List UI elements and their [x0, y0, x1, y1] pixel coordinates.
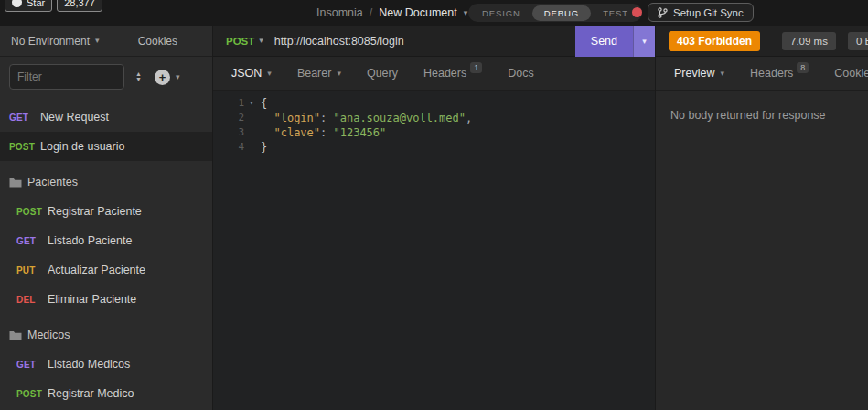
mode-tab-debug[interactable]: DEBUG	[532, 5, 591, 21]
insomnia-app: Star 28,377 Insomnia / New Document ▾ DE…	[0, 0, 868, 410]
cookies-link[interactable]: Cookies	[138, 35, 177, 48]
sidebar-request[interactable]: GETListado Medicos	[0, 350, 212, 379]
main-area: No Environment ▾ Cookies ▲▼ + ▾ GETNew R…	[0, 26, 868, 410]
send-options-button[interactable]: ▾	[633, 26, 655, 57]
editor-line[interactable]: 4}	[220, 140, 655, 155]
method-tag: GET	[16, 236, 42, 246]
request-tab-headers[interactable]: Headers1	[411, 57, 495, 90]
github-icon	[12, 0, 22, 7]
send-button[interactable]: Send	[575, 26, 633, 57]
setup-git-sync-button[interactable]: Setup Git Sync	[648, 3, 754, 22]
add-request-button[interactable]: +	[155, 70, 170, 85]
method-tag: GET	[9, 113, 35, 123]
request-tab-bearer[interactable]: Bearer▾	[284, 57, 354, 90]
response-status-row: 403 Forbidden 7.09 ms 0 B	[656, 26, 868, 57]
tab-count-badge: 8	[797, 62, 809, 73]
sidebar-filter-row: ▲▼ + ▾	[0, 57, 212, 97]
request-tab-docs[interactable]: Docs	[495, 57, 546, 90]
environment-label: No Environment	[11, 35, 90, 48]
github-star-button[interactable]: Star	[5, 0, 52, 12]
environment-selector[interactable]: No Environment ▾	[11, 35, 100, 48]
tab-count-badge: 1	[470, 62, 482, 73]
editor-line[interactable]: 1▾{	[220, 96, 655, 111]
request-tab-query[interactable]: Query	[354, 57, 411, 90]
tab-label: JSON	[231, 67, 262, 80]
mode-tabs: DESIGNDEBUGTEST	[468, 4, 642, 22]
notification-dot[interactable]	[632, 7, 642, 17]
chevron-down-icon: ▾	[267, 70, 272, 78]
line-number: 1	[220, 96, 244, 111]
url-bar: POST ▾ http://localhost:8085/login Send …	[213, 26, 655, 57]
line-number: 3	[220, 125, 244, 140]
request-label: Actualizar Paciente	[48, 264, 145, 276]
folder-icon	[9, 178, 22, 188]
sidebar-request[interactable]: POSTRegistrar Paciente	[0, 197, 212, 226]
request-label: Registrar Medico	[48, 387, 134, 400]
tab-label: Preview	[674, 67, 714, 80]
chevron-down-icon[interactable]: ▾	[176, 73, 180, 81]
chevron-down-icon: ▾	[337, 70, 341, 78]
send-split-button: Send ▾	[575, 26, 655, 57]
line-number: 2	[220, 111, 244, 125]
github-star-count[interactable]: 28,377	[57, 0, 102, 12]
breadcrumb[interactable]: Insomnia / New Document ▾	[316, 0, 467, 26]
tab-label: Cookie	[834, 67, 868, 80]
url-input[interactable]: http://localhost:8085/login	[274, 35, 404, 48]
tab-label: Query	[367, 67, 398, 80]
github-star-label: Star	[27, 0, 45, 8]
sidebar-request[interactable]: PUTActualizar Paciente	[0, 255, 212, 285]
method-tag: POST	[16, 389, 42, 399]
code-text: {	[261, 96, 267, 111]
sidebar-request[interactable]: POSTLogin de usuario	[0, 132, 212, 161]
sort-icon[interactable]: ▲▼	[135, 71, 142, 82]
line-number: 4	[220, 140, 244, 155]
response-size-badge: 0 B	[848, 32, 868, 50]
json-editor[interactable]: 1▾{2 "login": "ana.souza@voll.med",3 "cl…	[213, 91, 655, 410]
request-pane: POST ▾ http://localhost:8085/login Send …	[213, 26, 656, 410]
method-tag: POST	[9, 142, 35, 152]
editor-line[interactable]: 3 "clave": "123456"	[220, 125, 655, 140]
sidebar-folder[interactable]: Pacientes	[0, 167, 212, 197]
folder-label: Medicos	[27, 329, 70, 341]
mode-tab-design[interactable]: DESIGN	[470, 5, 532, 21]
response-body: No body returned for response	[656, 91, 868, 410]
chevron-down-icon: ▾	[720, 70, 724, 78]
sidebar-request[interactable]: GETNew Request	[0, 102, 212, 132]
method-selector[interactable]: POST ▾	[226, 36, 263, 47]
method-tag: PUT	[16, 265, 42, 275]
response-tabs: Preview▾Headers8Cookie	[656, 57, 868, 91]
code-text: }	[261, 140, 267, 155]
breadcrumb-document-name[interactable]: New Document	[379, 6, 456, 19]
request-label: Listado Paciente	[48, 234, 132, 247]
breadcrumb-separator: /	[370, 6, 372, 19]
request-label: New Request	[40, 111, 109, 124]
sidebar-request[interactable]: GETListado Paciente	[0, 226, 212, 255]
sidebar-request[interactable]: POSTRegistrar Medico	[0, 379, 212, 408]
filter-input[interactable]	[9, 64, 124, 90]
fold-spacer	[244, 125, 259, 140]
request-list: GETNew RequestPOSTLogin de usuarioPacien…	[0, 97, 212, 410]
sidebar-request[interactable]: DELEliminar Paciente	[0, 285, 212, 314]
tab-label: Headers	[423, 67, 466, 80]
tab-label: Bearer	[297, 67, 332, 80]
sidebar-folder[interactable]: Medicos	[0, 320, 212, 350]
response-tab-cookie[interactable]: Cookie	[821, 57, 868, 90]
chevron-down-icon: ▾	[464, 9, 468, 17]
code-text: "clave": "123456"	[261, 125, 386, 140]
breadcrumb-app-name: Insomnia	[316, 6, 363, 19]
git-sync-label: Setup Git Sync	[673, 7, 744, 18]
github-star-widget[interactable]: Star 28,377	[5, 0, 102, 12]
request-tab-json[interactable]: JSON▾	[219, 57, 284, 90]
request-label: Eliminar Paciente	[48, 293, 136, 306]
fold-arrow-icon[interactable]: ▾	[244, 96, 259, 111]
fold-spacer	[244, 140, 259, 155]
response-tab-preview[interactable]: Preview▾	[661, 57, 737, 90]
request-label: Registrar Paciente	[48, 205, 142, 218]
response-tab-headers[interactable]: Headers8	[737, 57, 821, 90]
tab-label: Docs	[508, 67, 533, 80]
method-tag: DEL	[16, 295, 42, 305]
response-pane: 403 Forbidden 7.09 ms 0 B Preview▾Header…	[656, 26, 868, 410]
method-label: POST	[226, 36, 254, 47]
editor-line[interactable]: 2 "login": "ana.souza@voll.med",	[220, 111, 655, 125]
folder-label: Pacientes	[27, 176, 78, 189]
